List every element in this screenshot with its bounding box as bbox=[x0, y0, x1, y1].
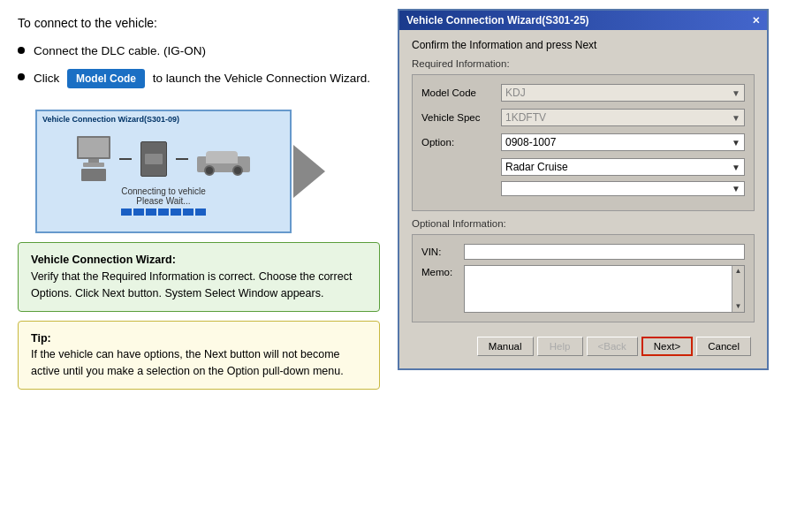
optional-label: Optional Information: bbox=[412, 218, 755, 229]
intro-text: To connect to the vehicle: bbox=[18, 16, 380, 30]
wire-1 bbox=[119, 158, 132, 160]
computer-group bbox=[77, 136, 110, 181]
next-button[interactable]: Next> bbox=[641, 337, 693, 356]
monitor-base bbox=[83, 163, 104, 167]
infobox-green-body: Verify that the Required Information is … bbox=[31, 270, 352, 299]
pb-6 bbox=[183, 209, 194, 216]
cpu-icon bbox=[81, 169, 106, 181]
dialog-panel: Vehicle Connection Wizard(S301-25) ✕ Con… bbox=[398, 0, 812, 508]
required-info-area: Model Code KDJ ▼ Vehicle Spec 1KDFTV ▼ bbox=[412, 74, 755, 211]
car-roof bbox=[206, 151, 238, 163]
car-group bbox=[197, 146, 250, 172]
memo-scrollbar[interactable]: ▲ ▼ bbox=[732, 266, 744, 312]
left-panel: To connect to the vehicle: Connect the D… bbox=[0, 0, 398, 508]
empty-select[interactable]: ▼ bbox=[501, 181, 745, 196]
vehicle-spec-input[interactable]: 1KDFTV ▼ bbox=[501, 109, 745, 126]
bullet-dot-1 bbox=[18, 47, 25, 54]
vehicle-spec-value: 1KDFTV bbox=[505, 111, 728, 124]
infobox-yellow-body: If the vehicle can have options, the Nex… bbox=[31, 348, 344, 377]
bullet-item-1: Connect the DLC cable. (IG-ON) bbox=[18, 42, 380, 60]
thumbnail-wrapper: Vehicle Connection Wizard(S301-09) bbox=[18, 101, 292, 242]
cancel-button[interactable]: Cancel bbox=[696, 337, 751, 356]
option-arrow-icon: ▼ bbox=[732, 138, 740, 148]
option-select[interactable]: 0908-1007 ▼ bbox=[501, 133, 745, 151]
scroll-up-icon[interactable]: ▲ bbox=[735, 266, 742, 277]
device-icon bbox=[140, 141, 167, 177]
vehicle-spec-row: Vehicle Spec 1KDFTV ▼ bbox=[421, 109, 745, 126]
pb-4 bbox=[158, 209, 169, 216]
option-label: Option: bbox=[421, 137, 501, 148]
vin-label: VIN: bbox=[421, 246, 464, 257]
dialog-window: Vehicle Connection Wizard(S301-25) ✕ Con… bbox=[398, 9, 769, 370]
radar-cruise-row: Radar Cruise ▼ bbox=[421, 158, 745, 176]
memo-input[interactable]: ▲ ▼ bbox=[464, 265, 745, 313]
vin-input[interactable] bbox=[464, 244, 745, 260]
progress-bar-area bbox=[121, 209, 206, 216]
back-button[interactable]: <Back bbox=[587, 337, 638, 356]
scroll-down-icon[interactable]: ▼ bbox=[735, 301, 742, 312]
infobox-yellow-title: Tip: bbox=[31, 332, 51, 345]
thumbnail-status: Connecting to vehicle Please Wait... bbox=[121, 186, 206, 206]
radar-cruise-select[interactable]: Radar Cruise ▼ bbox=[501, 158, 745, 176]
memo-row: Memo: ▲ ▼ bbox=[421, 265, 745, 313]
bullet-text-1: Connect the DLC cable. (IG-ON) bbox=[34, 42, 206, 60]
empty-select-row: ▼ bbox=[421, 181, 745, 196]
info-box-yellow: Tip: If the vehicle can have options, th… bbox=[18, 321, 380, 390]
dialog-subtitle: Confirm the Information and press Next bbox=[412, 39, 755, 51]
vin-row: VIN: bbox=[421, 244, 745, 260]
vehicle-spec-arrow-icon: ▼ bbox=[732, 113, 740, 123]
thumbnail-title: Vehicle Connection Wizard(S301-09) bbox=[42, 115, 179, 124]
dialog-titlebar: Vehicle Connection Wizard(S301-25) ✕ bbox=[399, 11, 767, 30]
progress-blocks bbox=[121, 209, 206, 216]
empty-select-arrow-icon: ▼ bbox=[732, 184, 740, 193]
close-icon[interactable]: ✕ bbox=[752, 15, 760, 27]
arrow-right-icon bbox=[293, 145, 325, 198]
connect-to-vehicle-button[interactable]: Model Code bbox=[67, 69, 145, 88]
optional-info-area: VIN: Memo: ▲ ▼ bbox=[412, 234, 755, 322]
car-wheel-right bbox=[232, 165, 243, 176]
monitor-icon bbox=[77, 136, 110, 159]
dialog-body: Confirm the Information and press Next R… bbox=[399, 30, 767, 368]
model-code-label: Model Code bbox=[421, 87, 501, 98]
bullet-dot-2 bbox=[18, 73, 25, 80]
radar-cruise-value: Radar Cruise bbox=[505, 161, 732, 173]
model-code-arrow-icon: ▼ bbox=[732, 88, 740, 98]
model-code-input[interactable]: KDJ ▼ bbox=[501, 84, 745, 102]
dialog-title: Vehicle Connection Wizard(S301-25) bbox=[406, 14, 589, 27]
pb-3 bbox=[146, 209, 156, 216]
info-box-green: Vehicle Connection Wizard: Verify that t… bbox=[18, 242, 380, 311]
bullet-text-2: Click Model Code to launch the Vehicle C… bbox=[34, 69, 370, 88]
memo-label: Memo: bbox=[421, 267, 464, 277]
pb-1 bbox=[121, 209, 132, 216]
help-button[interactable]: Help bbox=[537, 337, 583, 356]
pb-5 bbox=[171, 209, 181, 216]
bullet-list: Connect the DLC cable. (IG-ON) Click Mod… bbox=[18, 42, 380, 88]
infobox-green-title: Vehicle Connection Wizard: bbox=[31, 254, 176, 266]
button-row: Manual Help <Back Next> Cancel bbox=[412, 331, 755, 360]
manual-button[interactable]: Manual bbox=[477, 337, 534, 356]
thumbnail-content bbox=[77, 136, 250, 181]
radar-cruise-arrow-icon: ▼ bbox=[732, 163, 740, 172]
pb-2 bbox=[133, 209, 144, 216]
option-row: Option: 0908-1007 ▼ bbox=[421, 133, 745, 151]
wizard-thumbnail: Vehicle Connection Wizard(S301-09) bbox=[35, 110, 292, 233]
model-code-row: Model Code KDJ ▼ bbox=[421, 84, 745, 102]
model-code-value: KDJ bbox=[505, 87, 728, 99]
required-label: Required Information: bbox=[412, 58, 755, 69]
car-wheel-left bbox=[204, 165, 215, 176]
option-value: 0908-1007 bbox=[505, 136, 732, 148]
wire-2 bbox=[176, 158, 188, 160]
bullet-item-2: Click Model Code to launch the Vehicle C… bbox=[18, 69, 380, 88]
device-screen bbox=[145, 154, 163, 164]
pb-7 bbox=[195, 209, 206, 216]
vehicle-spec-label: Vehicle Spec bbox=[421, 112, 501, 123]
